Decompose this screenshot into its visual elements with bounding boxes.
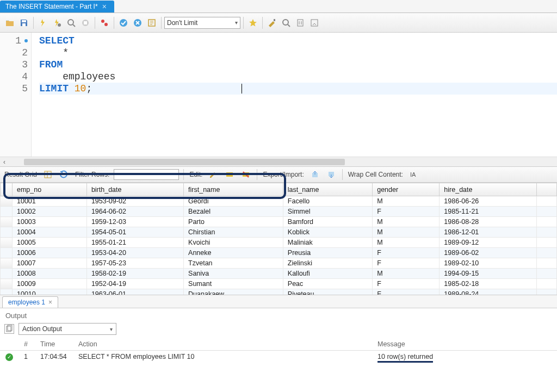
- table-row[interactable]: 100011953-09-02GeordiFacelloM1986-06-26: [1, 196, 557, 207]
- import-button[interactable]: [325, 168, 338, 181]
- col-first-name[interactable]: first_name: [184, 183, 283, 196]
- editor-hscrollbar[interactable]: ‹: [0, 157, 557, 166]
- text-caret: [242, 84, 242, 94]
- document-tab-title: The INSERT Statement - Part I*: [5, 3, 98, 10]
- output-type-select[interactable]: Action Output ▾: [18, 323, 116, 335]
- document-tab-bar: The INSERT Statement - Part I* ×: [0, 0, 557, 13]
- chevron-down-icon: ▾: [235, 20, 240, 26]
- result-grid-icon[interactable]: [41, 168, 54, 181]
- table-row[interactable]: 100021964-06-02BezalelSimmelF1985-11-21: [1, 207, 557, 217]
- col-last-name[interactable]: last_name: [283, 183, 372, 196]
- result-grid[interactable]: emp_no birth_date first_name last_name g…: [0, 183, 557, 295]
- open-file-button[interactable]: [3, 16, 16, 29]
- svg-point-12: [283, 20, 288, 25]
- col-hire-date[interactable]: hire_date: [440, 183, 536, 196]
- commit-button[interactable]: [117, 16, 130, 29]
- table-row[interactable]: 100041954-05-01ChirstianKoblickM1986-12-…: [1, 227, 557, 238]
- svg-rect-1: [22, 23, 26, 26]
- result-tab[interactable]: employees 1 ×: [2, 296, 58, 308]
- col-gender[interactable]: gender: [373, 183, 440, 196]
- document-tab[interactable]: The INSERT Statement - Part I* ×: [0, 1, 114, 13]
- status-ok-icon: ✓: [5, 353, 13, 361]
- main-toolbar: Don't Limit ▾: [0, 13, 557, 33]
- scroll-thumb[interactable]: [24, 159, 345, 165]
- header-row: emp_no birth_date first_name last_name g…: [1, 183, 557, 196]
- result-tab-bar: employees 1 ×: [0, 295, 557, 308]
- close-icon[interactable]: ×: [102, 3, 109, 10]
- filter-rows-label: Filter Rows:: [74, 171, 110, 178]
- output-log-table: # Time Action Message ✓ 1 17:04:54 SELEC…: [0, 338, 557, 363]
- statement-marker-icon: [24, 39, 28, 42]
- result-grid-label: Result Grid: [3, 171, 38, 178]
- svg-rect-15: [45, 171, 51, 178]
- limit-rows-select[interactable]: Don't Limit ▾: [164, 17, 240, 29]
- svg-rect-17: [226, 175, 233, 177]
- export-button[interactable]: [308, 168, 321, 181]
- export-import-label: Export/Import:: [262, 171, 305, 178]
- search-button[interactable]: [280, 16, 293, 29]
- limit-rows-value: Don't Limit: [167, 19, 197, 27]
- svg-rect-5: [84, 21, 87, 24]
- svg-rect-13: [298, 20, 303, 26]
- col-birth-date[interactable]: birth_date: [86, 183, 183, 196]
- close-icon[interactable]: ×: [48, 298, 52, 306]
- svg-point-8: [120, 19, 127, 27]
- output-type-value: Action Output: [22, 325, 62, 333]
- col-emp-no[interactable]: emp_no: [13, 183, 87, 196]
- toggle-limit-button[interactable]: [145, 16, 158, 29]
- table-row[interactable]: 100101963-06-01DuanakaewPiveteauF1989-08…: [1, 289, 557, 295]
- wrap-cell-label: Wrap Cell Content:: [347, 171, 404, 178]
- delete-row-button[interactable]: [239, 168, 252, 181]
- col-message: Message: [372, 338, 557, 351]
- stop-button[interactable]: [79, 16, 92, 29]
- sql-editor[interactable]: 1 2 3 4 5 SELECT * FROM employees LIMIT …: [0, 33, 557, 157]
- add-row-button[interactable]: [223, 168, 236, 181]
- toggle-wrap-button[interactable]: [308, 16, 321, 29]
- col-num: #: [18, 338, 35, 351]
- scroll-left-icon[interactable]: ‹: [0, 158, 9, 166]
- table-row[interactable]: 100071957-05-23TzvetanZielinskiF1989-02-…: [1, 258, 557, 269]
- table-row[interactable]: 100091952-04-19SumantPeacF1985-02-18: [1, 279, 557, 289]
- wrap-cell-button[interactable]: IA: [407, 168, 420, 181]
- svg-rect-0: [22, 20, 26, 22]
- result-tab-label: employees 1: [8, 298, 45, 306]
- find-button[interactable]: [265, 16, 278, 29]
- results-toolbar: Result Grid Filter Rows: Edit: Export/Im…: [0, 166, 557, 183]
- save-button[interactable]: [17, 16, 30, 29]
- svg-point-7: [104, 23, 108, 26]
- execute-button[interactable]: [36, 16, 49, 29]
- line-gutter: 1 2 3 4 5: [0, 33, 32, 157]
- explain-button[interactable]: [65, 16, 78, 29]
- output-copy-button[interactable]: [4, 324, 14, 334]
- code-area[interactable]: SELECT * FROM employees LIMIT 10;: [32, 33, 557, 157]
- output-message: 10 row(s) returned: [377, 353, 433, 363]
- toggle-invisible-button[interactable]: [294, 16, 307, 29]
- svg-rect-16: [226, 172, 233, 174]
- output-title: Output: [0, 308, 557, 322]
- filter-rows-input[interactable]: [114, 169, 179, 180]
- svg-point-3: [68, 20, 73, 25]
- toggle-autocommit-button[interactable]: [98, 16, 111, 29]
- svg-point-2: [58, 23, 61, 27]
- filter-refresh-icon[interactable]: [58, 168, 71, 181]
- edit-label: Edit:: [188, 171, 203, 178]
- execute-current-button[interactable]: [51, 16, 64, 29]
- output-row[interactable]: ✓ 1 17:04:54 SELECT * FROM employees LIM…: [0, 351, 557, 363]
- svg-rect-11: [274, 19, 275, 21]
- table-row[interactable]: 100051955-01-21KvoichiMaliniakM1989-09-1…: [1, 238, 557, 248]
- rollback-button[interactable]: [131, 16, 144, 29]
- chevron-down-icon: ▾: [110, 326, 113, 332]
- svg-point-6: [101, 20, 104, 23]
- table-row[interactable]: 100061953-04-20AnnekePreusiaF1989-06-02: [1, 248, 557, 258]
- beautify-button[interactable]: [246, 16, 259, 29]
- table-row[interactable]: 100031959-12-03PartoBamfordM1986-08-28: [1, 217, 557, 227]
- table-row[interactable]: 100081958-02-19SanivaKalloufiM1994-09-15: [1, 269, 557, 279]
- edit-row-button[interactable]: [207, 168, 220, 181]
- col-time: Time: [35, 338, 73, 351]
- output-panel: Output Action Output ▾ # Time Action Mes…: [0, 308, 557, 363]
- col-action: Action: [73, 338, 372, 351]
- svg-rect-14: [311, 20, 318, 26]
- svg-text:IA: IA: [410, 171, 416, 178]
